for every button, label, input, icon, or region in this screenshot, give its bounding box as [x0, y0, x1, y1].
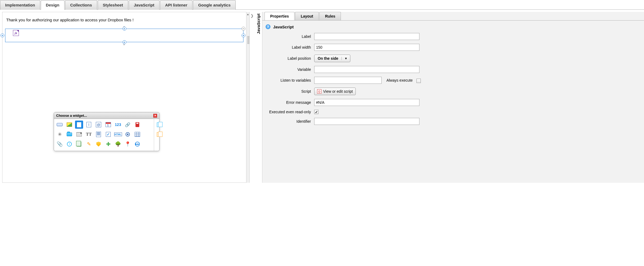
tab-rules[interactable]: Rules [319, 12, 341, 20]
palette-header[interactable]: Choose a widget... ✕ [54, 112, 159, 119]
selected-widget-row[interactable]: + + + + − js [5, 29, 243, 42]
properties-body: ? JavaScript Label Label width Label pos… [262, 20, 644, 132]
widget-tree-icon[interactable]: 🌳 [114, 140, 122, 148]
add-handle-bottom[interactable]: + [123, 40, 126, 44]
label-position-select[interactable]: On the side ▼ [314, 55, 350, 62]
label-width-input[interactable] [314, 44, 419, 51]
widget-form-icon[interactable] [94, 130, 103, 138]
tab-implementation[interactable]: Implementation [0, 0, 40, 10]
label-position-value: On the side [314, 56, 341, 61]
widget-database-icon[interactable] [133, 121, 141, 129]
widget-image-icon[interactable] [65, 121, 73, 129]
palette-paste-icon[interactable] [155, 130, 163, 138]
js-widget-label: js [15, 31, 17, 35]
label-label: Label [266, 34, 314, 39]
widget-palette: Choose a widget... ✕ js @ 123 🔗 ✳ [54, 112, 160, 151]
widget-empty-3 [143, 140, 151, 148]
palette-title: Choose a widget... [56, 114, 87, 118]
identifier-input[interactable] [314, 118, 419, 125]
palette-body: js @ 123 🔗 ✳ TT ✓ HTML [54, 119, 159, 151]
widget-link-icon[interactable]: 🔗 [124, 121, 132, 129]
tab-stylesheet[interactable]: Stylesheet [98, 0, 128, 10]
tab-api-listener[interactable]: API listener [160, 0, 193, 10]
canvas-scrollbar[interactable] [246, 12, 250, 183]
widget-html-icon[interactable]: HTML [114, 130, 122, 138]
palette-close-button[interactable]: ✕ [153, 114, 157, 118]
widget-next-icon[interactable]: ▶▶ [133, 140, 141, 148]
variable-input[interactable] [314, 66, 419, 73]
label-position-label: Label position [266, 56, 314, 61]
always-execute-checkbox[interactable] [416, 79, 421, 83]
chevron-down-icon: ▼ [341, 57, 350, 60]
widget-email-icon[interactable]: @ [94, 121, 103, 129]
properties-section-title: ? JavaScript [266, 24, 641, 29]
design-canvas[interactable]: Thank you for authorizing our applicatio… [2, 12, 246, 183]
canvas-message-text: Thank you for authorizing our applicatio… [2, 12, 246, 25]
tab-google-analytics[interactable]: Google analytics [193, 0, 236, 10]
exec-readonly-label: Executed even read-only [266, 110, 314, 114]
widget-empty-1 [143, 121, 151, 129]
properties-tab-bar: Properties Layout Rules [262, 12, 644, 20]
panel-collapse-button[interactable]: ❯ [250, 10, 255, 183]
widget-textfield-icon[interactable] [85, 121, 93, 129]
chevron-right-icon: ❯ [250, 14, 254, 18]
add-handle-right[interactable]: + [242, 34, 245, 37]
scrollbar-thumb[interactable] [247, 36, 249, 44]
variable-label: Variable [266, 67, 314, 72]
widget-number-icon[interactable]: 123 [114, 121, 122, 129]
properties-section-name: JavaScript [273, 25, 294, 29]
widget-calendar-icon[interactable] [104, 121, 112, 129]
widget-radio-icon[interactable] [124, 130, 132, 138]
exec-readonly-checkbox[interactable] [314, 110, 318, 114]
side-section-label: JavaScript [255, 10, 262, 183]
label-width-label: Label width [266, 45, 314, 49]
widget-pin-icon[interactable]: 📍 [124, 140, 132, 148]
js-widget-icon[interactable]: js [13, 30, 19, 36]
widget-copy-icon[interactable] [75, 140, 83, 148]
tab-layout[interactable]: Layout [295, 12, 319, 20]
tab-design[interactable]: Design [41, 0, 65, 10]
widget-javascript-icon[interactable]: js [75, 121, 83, 129]
add-handle-left[interactable]: + [1, 34, 4, 37]
widget-input-icon[interactable] [56, 121, 64, 129]
widget-edit-icon[interactable]: ✎ [85, 140, 93, 148]
main-layout: Thank you for authorizing our applicatio… [0, 10, 644, 183]
palette-side-actions [154, 119, 163, 151]
palette-grid: js @ 123 🔗 ✳ TT ✓ HTML [54, 119, 154, 151]
script-label: Script [266, 89, 314, 94]
widget-list-icon[interactable] [75, 130, 83, 138]
error-message-label: Error message [266, 100, 314, 105]
widget-table-icon[interactable] [133, 130, 141, 138]
tab-javascript[interactable]: JavaScript [129, 0, 160, 10]
widget-text-icon[interactable]: TT [85, 130, 93, 138]
palette-copy-icon[interactable] [155, 121, 163, 129]
tab-properties[interactable]: Properties [265, 12, 294, 20]
widget-empty-2 [143, 130, 151, 138]
side-section-label-text: JavaScript [256, 14, 261, 37]
properties-panel: Properties Layout Rules ? JavaScript Lab… [262, 12, 644, 183]
remove-handle[interactable]: − [242, 27, 245, 31]
widget-checkbox-icon[interactable]: ✓ [104, 130, 112, 138]
identifier-label: Identifier [266, 119, 314, 124]
widget-folder-icon[interactable] [65, 130, 73, 138]
widget-clock-icon[interactable] [65, 140, 73, 148]
add-handle-top[interactable]: + [123, 27, 126, 31]
always-execute-label: Always execute [387, 78, 413, 82]
script-icon: ⟨⟩ [317, 89, 321, 94]
tab-collections[interactable]: Collections [65, 0, 97, 10]
error-message-input[interactable] [314, 99, 419, 106]
view-edit-script-label: View or edit script [323, 89, 353, 94]
top-tab-bar: Implementation Design Collections Styles… [0, 0, 644, 10]
listen-input[interactable] [314, 77, 382, 84]
widget-puzzle-icon[interactable]: ✚ [104, 140, 112, 148]
label-input[interactable] [314, 33, 419, 40]
help-icon[interactable]: ? [266, 24, 270, 29]
listen-label: Listen to variables [266, 78, 314, 82]
widget-spinner-icon[interactable]: ✳ [56, 130, 64, 138]
widget-shield-icon[interactable] [94, 140, 103, 148]
widget-attachment-icon[interactable]: 📎 [56, 140, 64, 148]
view-edit-script-button[interactable]: ⟨⟩ View or edit script [314, 88, 356, 95]
